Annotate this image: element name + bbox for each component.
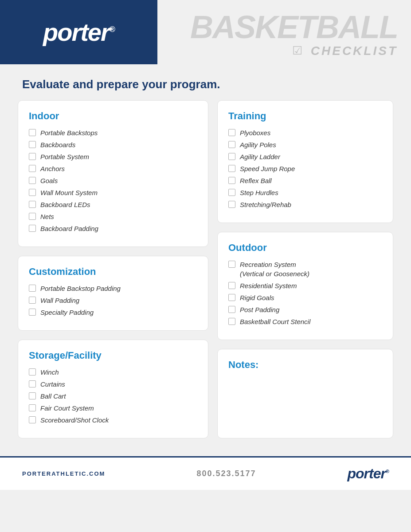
indoor-card: Indoor Portable Backstops Backboards Por…	[18, 100, 208, 247]
checkbox-training-7[interactable]	[228, 201, 235, 208]
training-item-6: Step Hurdles	[228, 188, 382, 197]
outdoor-card: Outdoor Recreation System(Vertical or Go…	[217, 232, 393, 340]
checkbox-training-2[interactable]	[228, 141, 235, 148]
indoor-item-7: Backboard LEDs	[29, 200, 197, 209]
checkbox-indoor-1[interactable]	[29, 129, 36, 136]
checkbox-indoor-5[interactable]	[29, 177, 36, 184]
outdoor-title: Outdoor	[228, 242, 382, 254]
training-item-4: Speed Jump Rope	[228, 164, 382, 173]
custom-item-1: Portable Backstop Padding	[29, 284, 197, 293]
checkbox-training-4[interactable]	[228, 165, 235, 172]
outdoor-item-5: Basketball Court Stencil	[228, 317, 382, 326]
indoor-item-4: Anchors	[29, 164, 197, 173]
indoor-item-2: Backboards	[29, 140, 197, 149]
checkbox-storage-1[interactable]	[29, 368, 36, 376]
training-item-3: Agility Ladder	[228, 152, 382, 161]
indoor-title: Indoor	[29, 110, 197, 122]
checkbox-training-1[interactable]	[228, 129, 235, 136]
training-item-2: Agility Poles	[228, 140, 382, 149]
checkbox-training-6[interactable]	[228, 189, 235, 196]
custom-item-2: Wall Padding	[29, 296, 197, 305]
porter-logo-header: porter®	[43, 18, 114, 47]
indoor-item-9: Backboard Padding	[29, 224, 197, 233]
subtitle-section: Evaluate and prepare your program.	[0, 64, 411, 100]
main-grid: Indoor Portable Backstops Backboards Por…	[0, 100, 411, 447]
checkbox-indoor-6[interactable]	[29, 189, 36, 196]
checkbox-storage-5[interactable]	[29, 416, 36, 423]
checkbox-outdoor-5[interactable]	[228, 318, 235, 325]
storage-card: Storage/Facility Winch Curtains Ball Car…	[18, 340, 208, 438]
customization-card: Customization Portable Backstop Padding …	[18, 256, 208, 331]
storage-item-3: Ball Cart	[29, 391, 197, 401]
footer-phone: 800.523.5177	[196, 469, 256, 478]
outdoor-item-2: Residential System	[228, 281, 382, 290]
indoor-item-3: Portable System	[29, 152, 197, 161]
checkbox-custom-3[interactable]	[29, 309, 36, 316]
checkbox-custom-1[interactable]	[29, 285, 36, 292]
customization-title: Customization	[29, 266, 197, 278]
indoor-item-8: Nets	[29, 212, 197, 221]
logo-box: porter®	[0, 0, 157, 64]
checkbox-indoor-4[interactable]	[29, 165, 36, 172]
checkbox-storage-4[interactable]	[29, 404, 36, 411]
custom-item-3: Specialty Padding	[29, 308, 197, 317]
header: porter® BASKETBALL ☑ CHECKLIST	[0, 0, 411, 64]
header-title-box: BASKETBALL ☑ CHECKLIST	[157, 0, 411, 64]
outdoor-item-4: Post Padding	[228, 305, 382, 314]
indoor-item-6: Wall Mount System	[29, 188, 197, 197]
checkbox-indoor-3[interactable]	[29, 153, 36, 160]
checkbox-outdoor-4[interactable]	[228, 306, 235, 313]
storage-item-4: Fair Court System	[29, 403, 197, 413]
training-item-7: Stretching/Rehab	[228, 200, 382, 209]
checkbox-outdoor-1[interactable]	[228, 261, 235, 268]
storage-item-2: Curtains	[29, 379, 197, 389]
checkbox-training-5[interactable]	[228, 177, 235, 184]
checkbox-indoor-7[interactable]	[29, 201, 36, 208]
footer: PORTERATHLETIC.com 800.523.5177 porter®	[0, 456, 411, 490]
checklist-icon: ☑	[292, 44, 306, 58]
training-item-1: Plyoboxes	[228, 128, 382, 137]
training-card: Training Plyoboxes Agility Poles Agility…	[217, 100, 393, 223]
notes-card: Notes:	[217, 349, 393, 438]
checkbox-indoor-2[interactable]	[29, 141, 36, 148]
checkbox-indoor-9[interactable]	[29, 225, 36, 232]
footer-website: PORTERATHLETIC.com	[22, 470, 105, 477]
checkbox-storage-3[interactable]	[29, 392, 36, 399]
subtitle: Evaluate and prepare your program.	[22, 78, 389, 91]
training-title: Training	[228, 110, 382, 122]
outdoor-item-3: Rigid Goals	[228, 293, 382, 302]
storage-title: Storage/Facility	[29, 350, 197, 361]
right-column: Training Plyoboxes Agility Poles Agility…	[217, 100, 393, 438]
basketball-title: BASKETBALL	[190, 11, 398, 43]
storage-item-1: Winch	[29, 368, 197, 377]
checkbox-outdoor-3[interactable]	[228, 294, 235, 301]
porter-logo-footer: porter®	[347, 466, 389, 482]
checklist-title: CHECKLIST	[311, 44, 398, 58]
checkbox-outdoor-2[interactable]	[228, 282, 235, 289]
checklist-row: ☑ CHECKLIST	[292, 44, 398, 58]
training-item-5: Reflex Ball	[228, 176, 382, 185]
indoor-item-1: Portable Backstops	[29, 128, 197, 137]
indoor-item-5: Goals	[29, 176, 197, 185]
outdoor-item-1: Recreation System(Vertical or Gooseneck)	[228, 260, 382, 278]
checkbox-storage-2[interactable]	[29, 380, 36, 387]
checkbox-custom-2[interactable]	[29, 297, 36, 304]
left-column: Indoor Portable Backstops Backboards Por…	[18, 100, 208, 438]
notes-title: Notes:	[228, 359, 382, 371]
checkbox-indoor-8[interactable]	[29, 213, 36, 220]
storage-item-5: Scoreboard/Shot Clock	[29, 415, 197, 425]
checkbox-training-3[interactable]	[228, 153, 235, 160]
